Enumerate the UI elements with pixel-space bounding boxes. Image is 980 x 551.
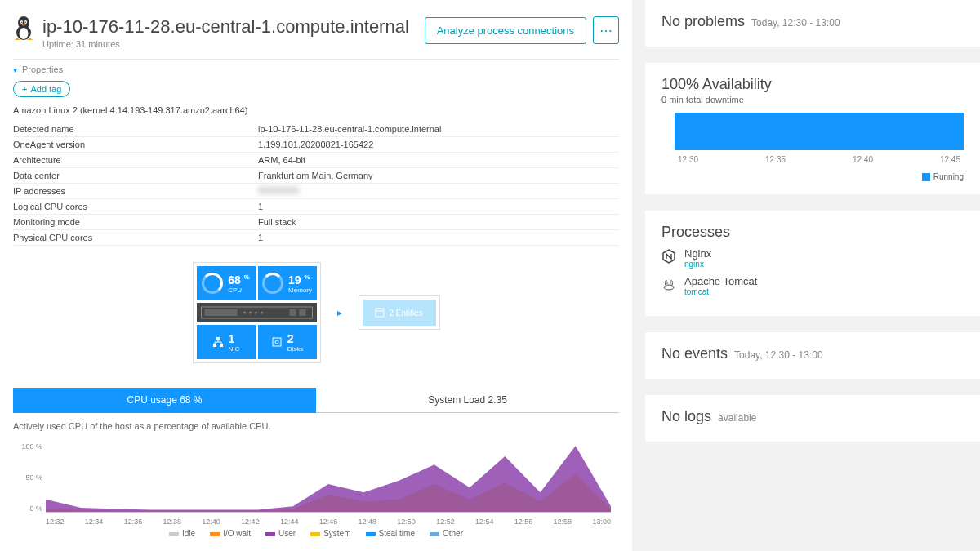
svg-rect-15 — [216, 337, 220, 340]
add-tag-button[interactable]: + Add tag — [13, 81, 70, 97]
events-title: No events — [662, 345, 728, 362]
nic-tile[interactable]: 1NIC — [197, 325, 256, 359]
svg-rect-14 — [299, 309, 305, 316]
problems-title: No problems — [662, 13, 745, 30]
availability-legend-label: Running — [933, 172, 964, 181]
chevron-down-icon: ▾ — [13, 65, 17, 74]
svg-point-19 — [275, 340, 278, 344]
tab-cpu-usage[interactable]: CPU usage 68 % — [13, 388, 316, 413]
svg-point-12 — [261, 312, 263, 314]
legend-item[interactable]: System — [310, 529, 350, 538]
logs-panel: No logs available — [645, 395, 980, 442]
analyze-connections-button[interactable]: Analyze process connections — [425, 17, 586, 44]
memory-tile[interactable]: 19 % Memory — [258, 266, 317, 300]
svg-point-2 — [20, 28, 29, 39]
nginx-icon — [662, 249, 676, 264]
problems-range: Today, 12:30 - 13:00 — [751, 17, 840, 29]
legend-item[interactable]: User — [265, 529, 296, 538]
property-row: Monitoring modeFull stack — [13, 215, 619, 230]
chart-description: Actively used CPU of the host as a perce… — [13, 421, 619, 431]
more-actions-button[interactable]: ⋯ — [593, 16, 619, 44]
process-item[interactable]: Nginxnginx — [662, 247, 964, 269]
svg-point-11 — [255, 312, 257, 314]
properties-table: Detected nameip-10-176-11-28.eu-central-… — [13, 122, 619, 246]
os-description: Amazon Linux 2 (kernel 4.14.193-149.317.… — [13, 105, 619, 115]
plus-icon: + — [22, 84, 27, 94]
property-row: Logical CPU cores1 — [13, 199, 619, 215]
availability-downtime: 0 min total downtime — [662, 95, 964, 104]
chart-legend: IdleI/O waitUserSystemSteal timeOther — [13, 529, 619, 538]
logs-title: No logs — [662, 408, 711, 425]
legend-item[interactable]: Idle — [169, 529, 195, 538]
properties-label: Properties — [22, 64, 63, 74]
svg-rect-16 — [213, 344, 216, 347]
page-title: ip-10-176-11-28.eu-central-1.compute.int… — [42, 16, 409, 38]
property-row: Detected nameip-10-176-11-28.eu-central-… — [13, 122, 619, 137]
cpu-usage-chart: 100 %50 %0 % 12:3212:3412:3612:3812:4012… — [46, 442, 611, 524]
svg-rect-8 — [204, 309, 237, 316]
property-row: IP addresses — [13, 184, 619, 199]
disk-icon — [271, 336, 283, 348]
tomcat-icon — [662, 277, 676, 291]
network-icon — [212, 336, 224, 348]
metric-tabs: CPU usage 68 % System Load 2.35 — [13, 388, 619, 413]
processes-panel: Processes NginxnginxApache Tomcattomcat — [645, 211, 980, 316]
svg-point-5 — [21, 22, 23, 24]
svg-rect-18 — [273, 338, 281, 346]
property-row: ArchitectureARM, 64-bit — [13, 153, 619, 168]
svg-point-9 — [243, 312, 246, 314]
legend-item[interactable]: Steal time — [366, 529, 415, 538]
arrow-right-icon: ▸ — [337, 307, 342, 318]
cpu-tile[interactable]: 68 % CPU — [197, 266, 256, 300]
svg-point-23 — [664, 285, 674, 290]
process-link[interactable]: tomcat — [684, 287, 757, 296]
legend-item[interactable]: Other — [430, 529, 463, 538]
svg-point-25 — [670, 283, 671, 285]
legend-item[interactable]: I/O wait — [210, 529, 251, 538]
availability-chart: 12:3012:3512:4012:45 — [675, 113, 964, 164]
svg-rect-13 — [289, 309, 296, 316]
memory-ring-icon — [262, 273, 283, 294]
svg-point-10 — [249, 312, 252, 314]
ellipsis-icon: ⋯ — [599, 23, 613, 38]
processes-title: Processes — [662, 224, 964, 241]
property-row: Data centerFrankfurt am Main, Germany — [13, 168, 619, 184]
availability-title: 100% Availability — [662, 76, 964, 93]
entities-tile[interactable]: 2 Entities — [359, 295, 440, 330]
disks-tile[interactable]: 2Disks — [258, 325, 317, 359]
svg-point-6 — [24, 22, 26, 24]
svg-rect-17 — [220, 344, 223, 347]
events-range: Today, 12:30 - 13:00 — [734, 349, 823, 361]
events-panel: No events Today, 12:30 - 13:00 — [645, 332, 980, 379]
logs-sub: available — [718, 412, 756, 424]
entities-icon — [375, 308, 385, 318]
server-tile — [197, 303, 317, 322]
availability-panel: 100% Availability 0 min total downtime 1… — [645, 63, 980, 194]
property-row: OneAgent version1.199.101.20200821-16542… — [13, 137, 619, 153]
property-row: Physical CPU cores1 — [13, 230, 619, 246]
uptime-text: Uptime: 31 minutes — [42, 39, 409, 49]
tab-system-load[interactable]: System Load 2.35 — [316, 388, 619, 413]
properties-toggle[interactable]: ▾ Properties — [13, 59, 619, 74]
process-link[interactable]: nginx — [684, 260, 711, 269]
svg-point-24 — [666, 283, 668, 285]
cpu-ring-icon — [202, 273, 223, 294]
linux-icon — [13, 16, 34, 41]
svg-rect-20 — [376, 309, 384, 317]
problems-panel: No problems Today, 12:30 - 13:00 — [645, 0, 980, 47]
host-tile-block[interactable]: 68 % CPU 19 % Memory — [193, 262, 321, 363]
process-item[interactable]: Apache Tomcattomcat — [662, 275, 964, 296]
